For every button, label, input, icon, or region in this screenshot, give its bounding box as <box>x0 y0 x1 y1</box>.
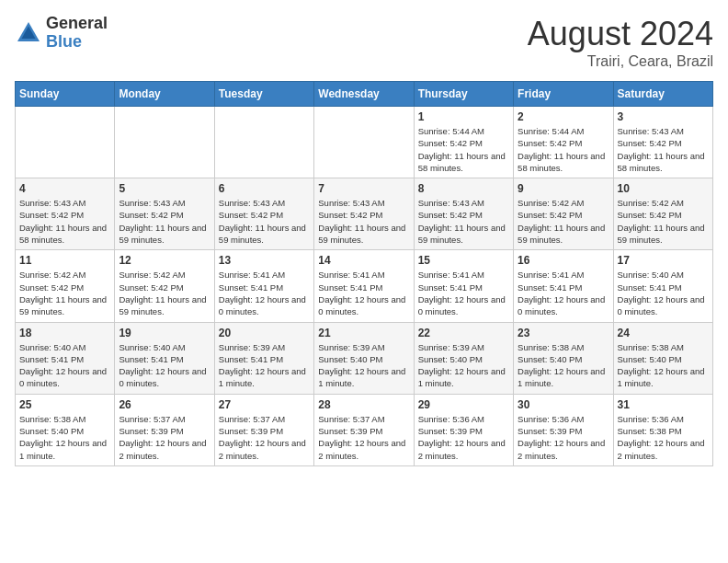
day-number: 23 <box>518 327 609 339</box>
calendar-cell <box>115 107 214 178</box>
calendar-week-row: 25Sunrise: 5:38 AM Sunset: 5:40 PM Dayli… <box>16 394 713 465</box>
day-number: 9 <box>518 182 609 195</box>
day-number: 2 <box>518 110 609 123</box>
day-number: 16 <box>518 254 609 267</box>
calendar-cell: 7Sunrise: 5:43 AM Sunset: 5:42 PM Daylig… <box>314 178 414 250</box>
day-number: 27 <box>219 398 310 411</box>
day-info: Sunrise: 5:40 AM Sunset: 5:41 PM Dayligh… <box>618 269 709 317</box>
day-number: 1 <box>418 110 509 123</box>
title-block: August 2024 Trairi, Ceara, Brazil <box>528 15 713 70</box>
day-info: Sunrise: 5:42 AM Sunset: 5:42 PM Dayligh… <box>518 197 609 246</box>
day-info: Sunrise: 5:39 AM Sunset: 5:41 PM Dayligh… <box>219 341 310 390</box>
day-number: 25 <box>19 398 110 411</box>
day-number: 28 <box>318 398 409 411</box>
weekday-header-monday: Monday <box>115 82 214 107</box>
weekday-header-saturday: Saturday <box>613 82 712 107</box>
day-number: 12 <box>119 254 210 267</box>
logo: General Blue <box>15 15 108 52</box>
day-number: 21 <box>318 327 409 339</box>
day-number: 22 <box>418 327 509 339</box>
calendar-cell: 21Sunrise: 5:39 AM Sunset: 5:40 PM Dayli… <box>314 322 414 394</box>
calendar-cell: 12Sunrise: 5:42 AM Sunset: 5:42 PM Dayli… <box>115 250 214 322</box>
day-info: Sunrise: 5:39 AM Sunset: 5:40 PM Dayligh… <box>318 341 409 390</box>
page-header: General Blue August 2024 Trairi, Ceara, … <box>15 15 713 70</box>
calendar-table: SundayMondayTuesdayWednesdayThursdayFrid… <box>15 81 713 466</box>
day-info: Sunrise: 5:41 AM Sunset: 5:41 PM Dayligh… <box>518 269 609 317</box>
day-info: Sunrise: 5:42 AM Sunset: 5:42 PM Dayligh… <box>19 269 110 317</box>
calendar-cell: 14Sunrise: 5:41 AM Sunset: 5:41 PM Dayli… <box>314 250 414 322</box>
day-info: Sunrise: 5:44 AM Sunset: 5:42 PM Dayligh… <box>418 125 509 174</box>
calendar-cell: 3Sunrise: 5:43 AM Sunset: 5:42 PM Daylig… <box>613 107 712 178</box>
calendar-cell: 8Sunrise: 5:43 AM Sunset: 5:42 PM Daylig… <box>414 178 513 250</box>
day-info: Sunrise: 5:44 AM Sunset: 5:42 PM Dayligh… <box>518 125 609 174</box>
day-number: 4 <box>19 182 110 195</box>
day-number: 18 <box>19 327 110 339</box>
day-info: Sunrise: 5:37 AM Sunset: 5:39 PM Dayligh… <box>119 413 210 462</box>
calendar-cell <box>214 107 313 178</box>
day-number: 3 <box>618 110 709 123</box>
calendar-cell: 18Sunrise: 5:40 AM Sunset: 5:41 PM Dayli… <box>16 322 115 394</box>
day-info: Sunrise: 5:41 AM Sunset: 5:41 PM Dayligh… <box>318 269 409 317</box>
day-number: 20 <box>219 327 310 339</box>
day-number: 31 <box>618 398 709 411</box>
calendar-cell: 1Sunrise: 5:44 AM Sunset: 5:42 PM Daylig… <box>414 107 513 178</box>
month-title: August 2024 <box>528 15 713 53</box>
day-info: Sunrise: 5:37 AM Sunset: 5:39 PM Dayligh… <box>318 413 409 462</box>
day-number: 30 <box>518 398 609 411</box>
calendar-cell: 30Sunrise: 5:36 AM Sunset: 5:39 PM Dayli… <box>514 394 613 465</box>
calendar-cell <box>314 107 414 178</box>
day-number: 8 <box>418 182 509 195</box>
day-number: 13 <box>219 254 310 267</box>
calendar-cell: 20Sunrise: 5:39 AM Sunset: 5:41 PM Dayli… <box>214 322 313 394</box>
calendar-week-row: 18Sunrise: 5:40 AM Sunset: 5:41 PM Dayli… <box>16 322 713 394</box>
day-number: 17 <box>618 254 709 267</box>
weekday-header-thursday: Thursday <box>414 82 513 107</box>
day-info: Sunrise: 5:40 AM Sunset: 5:41 PM Dayligh… <box>19 341 110 390</box>
day-number: 29 <box>418 398 509 411</box>
day-info: Sunrise: 5:43 AM Sunset: 5:42 PM Dayligh… <box>119 197 210 246</box>
calendar-cell: 2Sunrise: 5:44 AM Sunset: 5:42 PM Daylig… <box>514 107 613 178</box>
calendar-cell: 4Sunrise: 5:43 AM Sunset: 5:42 PM Daylig… <box>16 178 115 250</box>
logo-blue-text: Blue <box>46 33 108 52</box>
day-number: 15 <box>418 254 509 267</box>
day-info: Sunrise: 5:36 AM Sunset: 5:38 PM Dayligh… <box>618 413 709 462</box>
calendar-cell: 6Sunrise: 5:43 AM Sunset: 5:42 PM Daylig… <box>214 178 313 250</box>
weekday-header-wednesday: Wednesday <box>314 82 414 107</box>
day-info: Sunrise: 5:43 AM Sunset: 5:42 PM Dayligh… <box>318 197 409 246</box>
day-info: Sunrise: 5:38 AM Sunset: 5:40 PM Dayligh… <box>518 341 609 390</box>
calendar-cell: 15Sunrise: 5:41 AM Sunset: 5:41 PM Dayli… <box>414 250 513 322</box>
calendar-week-row: 11Sunrise: 5:42 AM Sunset: 5:42 PM Dayli… <box>16 250 713 322</box>
calendar-cell: 25Sunrise: 5:38 AM Sunset: 5:40 PM Dayli… <box>16 394 115 465</box>
day-number: 11 <box>19 254 110 267</box>
calendar-cell: 5Sunrise: 5:43 AM Sunset: 5:42 PM Daylig… <box>115 178 214 250</box>
day-number: 5 <box>119 182 210 195</box>
logo-general-text: General <box>46 15 108 33</box>
calendar-cell: 17Sunrise: 5:40 AM Sunset: 5:41 PM Dayli… <box>613 250 712 322</box>
logo-icon <box>15 19 42 47</box>
day-number: 19 <box>119 327 210 339</box>
calendar-cell: 24Sunrise: 5:38 AM Sunset: 5:40 PM Dayli… <box>613 322 712 394</box>
calendar-cell: 9Sunrise: 5:42 AM Sunset: 5:42 PM Daylig… <box>514 178 613 250</box>
day-number: 10 <box>618 182 709 195</box>
day-info: Sunrise: 5:43 AM Sunset: 5:42 PM Dayligh… <box>418 197 509 246</box>
day-info: Sunrise: 5:43 AM Sunset: 5:42 PM Dayligh… <box>618 125 709 174</box>
day-info: Sunrise: 5:43 AM Sunset: 5:42 PM Dayligh… <box>19 197 110 246</box>
day-info: Sunrise: 5:37 AM Sunset: 5:39 PM Dayligh… <box>219 413 310 462</box>
calendar-cell: 22Sunrise: 5:39 AM Sunset: 5:40 PM Dayli… <box>414 322 513 394</box>
day-info: Sunrise: 5:42 AM Sunset: 5:42 PM Dayligh… <box>618 197 709 246</box>
calendar-cell: 31Sunrise: 5:36 AM Sunset: 5:38 PM Dayli… <box>613 394 712 465</box>
day-info: Sunrise: 5:38 AM Sunset: 5:40 PM Dayligh… <box>618 341 709 390</box>
calendar-cell: 19Sunrise: 5:40 AM Sunset: 5:41 PM Dayli… <box>115 322 214 394</box>
calendar-cell: 28Sunrise: 5:37 AM Sunset: 5:39 PM Dayli… <box>314 394 414 465</box>
calendar-cell: 23Sunrise: 5:38 AM Sunset: 5:40 PM Dayli… <box>514 322 613 394</box>
day-info: Sunrise: 5:41 AM Sunset: 5:41 PM Dayligh… <box>219 269 310 317</box>
calendar-week-row: 4Sunrise: 5:43 AM Sunset: 5:42 PM Daylig… <box>16 178 713 250</box>
day-number: 24 <box>618 327 709 339</box>
day-info: Sunrise: 5:36 AM Sunset: 5:39 PM Dayligh… <box>418 413 509 462</box>
day-info: Sunrise: 5:42 AM Sunset: 5:42 PM Dayligh… <box>119 269 210 317</box>
day-info: Sunrise: 5:36 AM Sunset: 5:39 PM Dayligh… <box>518 413 609 462</box>
calendar-cell: 26Sunrise: 5:37 AM Sunset: 5:39 PM Dayli… <box>115 394 214 465</box>
calendar-cell <box>16 107 115 178</box>
calendar-cell: 29Sunrise: 5:36 AM Sunset: 5:39 PM Dayli… <box>414 394 513 465</box>
calendar-cell: 27Sunrise: 5:37 AM Sunset: 5:39 PM Dayli… <box>214 394 313 465</box>
